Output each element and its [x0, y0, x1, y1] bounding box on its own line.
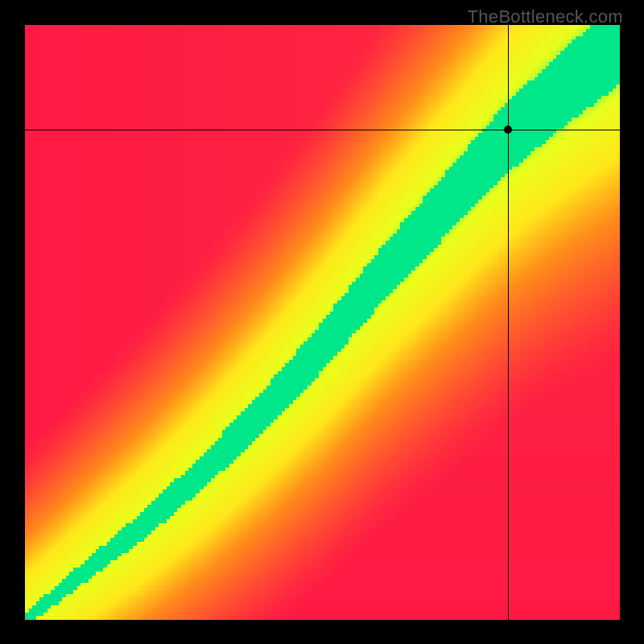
- crosshair-horizontal: [0, 130, 644, 130]
- watermark-text: TheBottleneck.com: [468, 6, 623, 27]
- chart-frame: TheBottleneck.com: [0, 0, 644, 644]
- crosshair-vertical: [508, 25, 509, 620]
- selection-marker: [504, 126, 512, 134]
- bottleneck-heatmap: [25, 25, 620, 620]
